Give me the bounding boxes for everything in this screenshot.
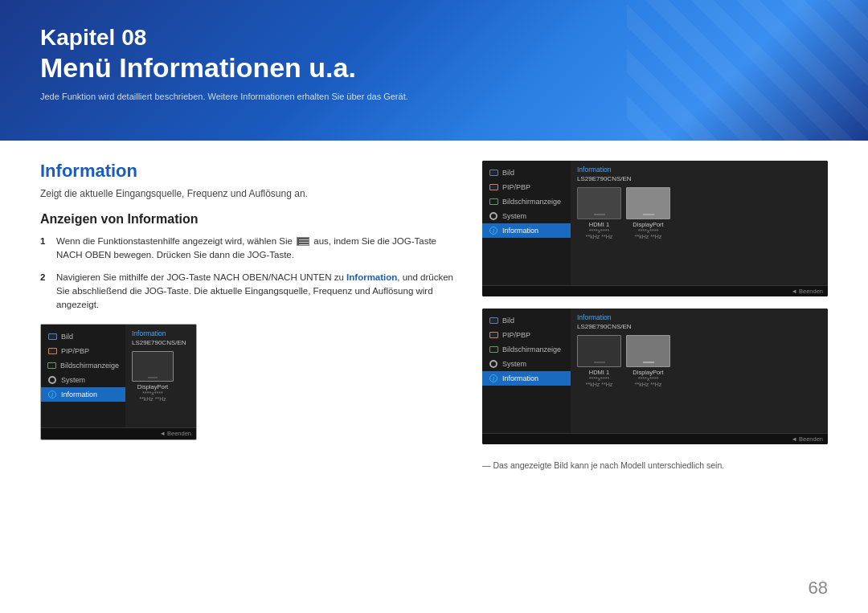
info-content-bot: Information LS29E790CNS/EN HDMI 1 ****x*… — [571, 309, 828, 433]
beenden-bar-small: ◄ Beenden — [41, 427, 196, 439]
dp-hz-top: **kHz **Hz — [626, 234, 670, 239]
menu-label-bild-b: Bild — [502, 317, 514, 325]
subsection-heading: Anzeigen von Information — [40, 212, 458, 227]
small-monitor-screenshot: Bild PIP/PBP Bildschirmanzeige System — [40, 324, 197, 440]
beenden-bar-bot: ◄ Beenden — [482, 433, 828, 444]
menu-item-bildschirm-t: Bildschirmanzeige — [482, 194, 571, 209]
menu-label-bild-t: Bild — [502, 169, 514, 177]
info-model-bot: LS29E790CNS/EN — [577, 323, 821, 330]
hdmi-hz-top: **kHz **Hz — [577, 234, 621, 239]
info-label-small: Information — [132, 329, 190, 337]
menu-item-info-b: i Information — [482, 371, 571, 386]
main-content: Information Zeigt die aktuelle Eingangsq… — [0, 141, 868, 490]
menu-item-info-t: i Information — [482, 223, 571, 238]
menu-label-pip-b: PIP/PBP — [502, 331, 530, 339]
bottom-monitor-screenshot: Bild PIP/PBP Bildschirmanzeige System — [482, 309, 828, 444]
display-freq-small: ****x**** — [132, 390, 174, 396]
hdmi-freq-bot: ****x**** — [577, 376, 621, 382]
menu-label-bild: Bild — [61, 333, 73, 341]
menu-label-pip: PIP/PBP — [61, 347, 89, 355]
menu-item-bild: Bild — [41, 329, 125, 344]
chapter-label: Kapitel 08 — [40, 24, 828, 51]
menu-label-info-t: Information — [502, 227, 538, 235]
menu-label-info-b: Information — [502, 374, 538, 382]
info-model-small: LS29E790CNS/EN — [132, 339, 190, 346]
info-label-top: Information — [577, 166, 821, 174]
menu-item-system-t: System — [482, 209, 571, 223]
display-hz-small: **kHz **Hz — [132, 396, 174, 402]
info-model-top: LS29E790CNS/EN — [577, 175, 821, 182]
menu-item-pip-b: PIP/PBP — [482, 328, 571, 342]
dp-label-top: DisplayPort — [626, 221, 670, 228]
section-description: Zeigt die aktuelle Eingangsquelle, Frequ… — [40, 188, 458, 199]
menu-item-pip: PIP/PBP — [41, 344, 125, 358]
hdmi-label-top: HDMI 1 — [577, 221, 621, 228]
menu-item-bildschirm: Bildschirmanzeige — [41, 358, 125, 373]
menu-sidebar-bot: Bild PIP/PBP Bildschirmanzeige System — [482, 309, 571, 433]
step-1: 1 Wenn die Funktionstastenhilfe angezeig… — [40, 235, 458, 263]
page-title: Menü Informationen u.a. — [40, 51, 828, 84]
hdmi-label-bot: HDMI 1 — [577, 369, 621, 376]
step-2-highlight: Information — [346, 272, 397, 282]
menu-item-information-active: i Information — [41, 387, 125, 402]
menu-label-bildschirm: Bildschirmanzeige — [60, 362, 119, 370]
dp-hz-bot: **kHz **Hz — [626, 382, 670, 387]
screens-row-top: HDMI 1 ****x**** **kHz **Hz DisplayPort … — [577, 187, 821, 239]
display-label-small: DisplayPort — [132, 383, 174, 390]
menu-sidebar-small: Bild PIP/PBP Bildschirmanzeige System — [41, 325, 125, 427]
menu-label-system-b: System — [502, 360, 526, 368]
displayport-screen-small: DisplayPort ****x**** **kHz **Hz — [132, 351, 174, 402]
step-1-num: 1 — [40, 235, 50, 263]
menu-label-system: System — [61, 376, 85, 384]
menu-item-bildschirm-b: Bildschirmanzeige — [482, 342, 571, 357]
info-content-small: Information LS29E790CNS/EN DisplayPort *… — [125, 325, 196, 427]
menu-item-bild-b: Bild — [482, 313, 571, 328]
dp-freq-bot: ****x**** — [626, 376, 670, 382]
dp-freq-top: ****x**** — [626, 228, 670, 234]
dp-screen-top: DisplayPort ****x**** **kHz **Hz — [626, 187, 670, 239]
dp-label-bot: DisplayPort — [626, 369, 670, 376]
header-banner: Kapitel 08 Menü Informationen u.a. Jede … — [0, 0, 868, 141]
menu-item-system: System — [41, 373, 125, 387]
screens-row-small: DisplayPort ****x**** **kHz **Hz — [132, 351, 190, 402]
menu-label-bildschirm-t: Bildschirmanzeige — [502, 198, 561, 206]
menu-item-bild-t: Bild — [482, 166, 571, 180]
hdmi-freq-top: ****x**** — [577, 228, 621, 234]
menu-label-bildschirm-b: Bildschirmanzeige — [502, 345, 561, 353]
hdmi-screen-top: HDMI 1 ****x**** **kHz **Hz — [577, 187, 621, 239]
hdmi-hz-bot: **kHz **Hz — [577, 382, 621, 387]
menu-item-system-b: System — [482, 357, 571, 371]
note-text: ― Das angezeigte Bild kann je nach Model… — [482, 460, 828, 470]
steps-list: 1 Wenn die Funktionstastenhilfe angezeig… — [40, 235, 458, 312]
step-2-text: Navigieren Sie mithilfe der JOG-Taste NA… — [56, 271, 458, 313]
menu-label-system-t: System — [502, 212, 526, 220]
menu-label-information: Information — [61, 390, 97, 398]
hdmi-screen-bot: HDMI 1 ****x**** **kHz **Hz — [577, 335, 621, 387]
info-label-bot: Information — [577, 313, 821, 321]
header-subtitle: Jede Funktion wird detailliert beschrieb… — [40, 92, 828, 101]
menu-label-pip-t: PIP/PBP — [502, 183, 530, 191]
beenden-bar-top: ◄ Beenden — [482, 285, 828, 296]
left-panel: Information Zeigt die aktuelle Eingangsq… — [40, 161, 458, 470]
info-content-top: Information LS29E790CNS/EN HDMI 1 ****x*… — [571, 161, 828, 285]
dp-screen-bot: DisplayPort ****x**** **kHz **Hz — [626, 335, 670, 387]
step-2-num: 2 — [40, 271, 50, 313]
section-heading: Information — [40, 161, 458, 182]
menu-icon — [297, 237, 309, 246]
step-2: 2 Navigieren Sie mithilfe der JOG-Taste … — [40, 271, 458, 313]
menu-sidebar-top: Bild PIP/PBP Bildschirmanzeige System — [482, 161, 571, 285]
top-monitor-screenshot: Bild PIP/PBP Bildschirmanzeige System — [482, 161, 828, 296]
menu-item-pip-t: PIP/PBP — [482, 180, 571, 194]
screens-row-bot: HDMI 1 ****x**** **kHz **Hz DisplayPort … — [577, 335, 821, 387]
step-1-text: Wenn die Funktionstastenhilfe angezeigt … — [56, 235, 458, 263]
page-number: 68 — [809, 578, 828, 599]
right-panel: Bild PIP/PBP Bildschirmanzeige System — [482, 161, 828, 470]
